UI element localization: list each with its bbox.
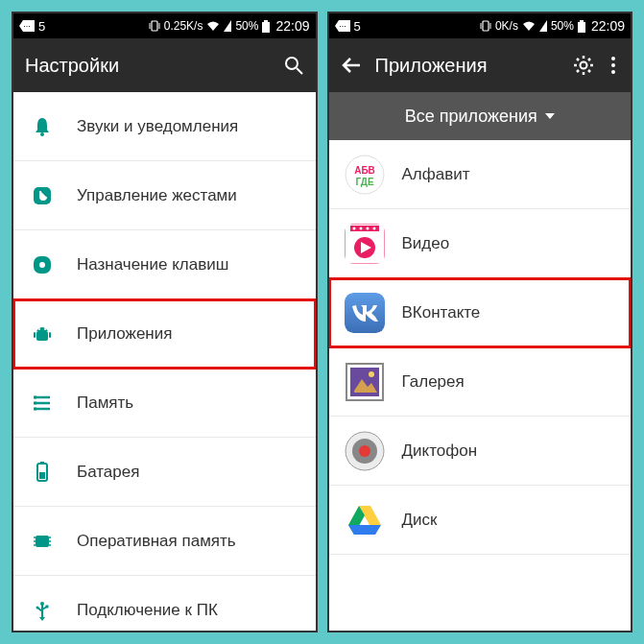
search-icon (283, 55, 304, 76)
data-rate: 0.25K/s (164, 19, 203, 33)
battery-icon (29, 459, 56, 486)
app-drive[interactable]: Диск (329, 486, 632, 555)
page-title: Настройки (25, 55, 270, 77)
clock: 22:09 (275, 18, 309, 34)
row-label: Звуки и уведомления (77, 117, 238, 136)
row-key-assignment[interactable]: Назначение клавиш (13, 230, 316, 299)
app-recorder[interactable]: Диктофон (329, 417, 632, 486)
alphabet-icon: АБВГДЕ (345, 155, 385, 195)
app-video[interactable]: Видео (329, 209, 632, 278)
svg-point-68 (366, 227, 369, 229)
ram-icon (29, 528, 56, 555)
svg-rect-17 (34, 332, 36, 338)
video-icon (345, 224, 385, 264)
svg-point-79 (359, 445, 370, 457)
wifi-icon (206, 20, 220, 32)
svg-rect-2 (152, 21, 157, 31)
svg-point-16 (44, 328, 46, 330)
row-ram[interactable]: Оперативная память (13, 507, 316, 576)
filter-dropdown[interactable]: Все приложения (329, 92, 632, 140)
row-label: Подключение к ПК (77, 601, 218, 620)
row-label: Управление жестами (77, 186, 237, 205)
row-label: Батарея (77, 463, 139, 482)
settings-button[interactable] (573, 55, 594, 76)
svg-rect-47 (580, 20, 584, 22)
svg-rect-38 (46, 605, 49, 608)
key-assign-icon (29, 251, 56, 278)
row-memory[interactable]: Память (13, 369, 316, 438)
svg-text:АБВ: АБВ (354, 165, 375, 176)
svg-rect-23 (34, 401, 36, 404)
row-label: Назначение клавиш (77, 255, 228, 274)
app-label: Видео (402, 234, 450, 253)
gallery-icon (345, 362, 385, 402)
app-bar: Приложения (329, 38, 632, 92)
row-label: Приложения (77, 324, 172, 344)
settings-list: Звуки и уведомления Управление жестами Н… (13, 92, 316, 631)
svg-point-13 (39, 262, 45, 268)
svg-rect-24 (34, 407, 36, 410)
app-label: ВКонтакте (402, 303, 481, 322)
more-vert-icon (610, 56, 616, 75)
svg-point-37 (36, 606, 39, 608)
svg-point-8 (286, 58, 298, 69)
svg-rect-27 (40, 462, 44, 464)
notif-icon: ··· (19, 20, 35, 32)
back-arrow-icon (341, 55, 362, 76)
app-label: Галерея (402, 372, 465, 392)
back-button[interactable] (341, 55, 362, 76)
app-label: Алфавит (402, 165, 470, 184)
row-sound-notifications[interactable]: Звуки и уведомления (13, 92, 316, 161)
app-list: АБВГДЕ Алфавит Видео ВКонтакте Галерея (329, 140, 632, 631)
row-gesture-control[interactable]: Управление жестами (13, 161, 316, 230)
row-applications[interactable]: Приложения (13, 299, 316, 369)
svg-marker-5 (224, 20, 231, 32)
svg-rect-28 (36, 536, 49, 547)
android-icon (29, 321, 56, 347)
notif-count: 5 (38, 19, 45, 34)
svg-rect-42 (483, 21, 489, 31)
gear-icon (573, 55, 594, 76)
svg-line-54 (588, 70, 590, 72)
svg-point-10 (40, 132, 44, 136)
clock: 22:09 (591, 18, 625, 34)
svg-line-56 (588, 59, 590, 60)
row-pc-connection[interactable]: Подключение к ПК (13, 576, 316, 631)
chevron-down-icon (545, 113, 555, 119)
recorder-icon (345, 431, 385, 471)
svg-marker-45 (539, 20, 547, 32)
search-button[interactable] (283, 55, 304, 76)
app-bar: Настройки (13, 38, 316, 92)
svg-point-66 (352, 227, 355, 229)
svg-text:ГДЕ: ГДЕ (355, 177, 374, 187)
usb-icon (29, 597, 56, 624)
status-bar: ··· 5 0.25K/s 50% 22:09 (13, 13, 316, 38)
svg-line-53 (577, 59, 579, 60)
overflow-button[interactable] (608, 55, 619, 76)
svg-point-69 (372, 227, 375, 229)
app-alphabet[interactable]: АБВГДЕ Алфавит (329, 140, 632, 209)
row-battery[interactable]: Батарея (13, 438, 316, 507)
svg-marker-39 (39, 617, 45, 621)
svg-point-57 (611, 57, 615, 60)
svg-point-67 (359, 227, 362, 229)
settings-screen: ··· 5 0.25K/s 50% 22:09 Настройки Звуки … (12, 12, 318, 632)
status-bar: ··· 5 0K/s 50% 22:09 (329, 13, 632, 38)
drive-icon (345, 500, 385, 540)
svg-point-48 (581, 62, 587, 69)
data-rate: 0K/s (495, 19, 518, 33)
svg-line-55 (577, 70, 579, 72)
notif-icon: ··· (335, 20, 350, 32)
app-vkontakte[interactable]: ВКонтакте (329, 278, 632, 347)
app-gallery[interactable]: Галерея (329, 347, 632, 417)
svg-marker-82 (348, 525, 381, 535)
svg-line-9 (297, 68, 302, 74)
svg-point-58 (611, 63, 615, 67)
svg-rect-46 (578, 22, 585, 33)
bell-icon (29, 113, 56, 140)
svg-text:···: ··· (339, 21, 346, 31)
svg-rect-14 (36, 331, 48, 341)
battery-pct: 50% (235, 19, 258, 33)
app-label: Диск (402, 511, 438, 530)
dropdown-label: Все приложения (405, 107, 537, 127)
